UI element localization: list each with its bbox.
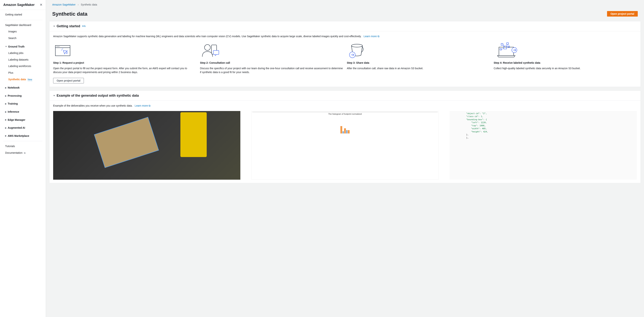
caret-down-icon[interactable]: ▼ [53, 25, 55, 28]
sidebar-item-plus[interactable]: Plus [0, 70, 46, 76]
step-title: Step 4: Receive labeled synthetic data [494, 61, 637, 65]
sidebar-header: Amazon SageMaker ✕ [0, 0, 46, 10]
breadcrumb: Amazon SageMaker › Synthetic data [46, 0, 644, 10]
breadcrumb-root[interactable]: Amazon SageMaker [52, 3, 76, 6]
step-2: Step 2: Consultation call Discuss the sp… [200, 42, 343, 74]
info-link[interactable]: Info [82, 25, 86, 28]
step-1: Step 1: Request a project Open the proje… [53, 42, 196, 74]
learn-more-link[interactable]: Learn more ⧉ [364, 35, 379, 38]
sidebar-item-label: Synthetic data [8, 78, 26, 81]
learn-more-label: Learn more [364, 35, 377, 38]
sidebar-item-labeling-workforces[interactable]: Labeling workforces [0, 63, 46, 70]
svg-rect-15 [507, 43, 508, 45]
sidebar-item-tutorials[interactable]: Tutorials [0, 143, 46, 150]
close-icon[interactable]: ✕ [40, 3, 42, 7]
page-header: Synthetic data Open project portal [46, 10, 644, 21]
sidebar-group-notebook[interactable]: ▶ Notebook [0, 85, 46, 91]
getting-started-panel: ▼ Getting started Info Amazon SageMaker … [49, 21, 641, 87]
step-desc: Open the project portal to fill out the … [53, 67, 196, 74]
sidebar-item-labeling-datasets[interactable]: Labeling datasets [0, 57, 46, 63]
sidebar-group-label: Notebook [8, 86, 20, 90]
sidebar-group-augmented-ai[interactable]: ▶ Augmented AI [0, 125, 46, 131]
learn-more-link[interactable]: Learn more ⧉ [135, 104, 150, 107]
sidebar-item-documentation[interactable]: Documentation ⧉ [0, 150, 46, 156]
sidebar-nav: Getting started SageMaker dashboard Imag… [0, 10, 46, 158]
step-desc: After the consultation call, share raw d… [347, 67, 490, 70]
new-badge: New [28, 78, 32, 81]
svg-point-11 [352, 44, 362, 47]
sidebar-group-training[interactable]: ▶ Training [0, 101, 46, 107]
svg-line-20 [506, 45, 508, 46]
sidebar-item-images[interactable]: Images [0, 28, 46, 35]
step-desc: Collect high-quality labeled synthetic d… [494, 67, 637, 70]
panel-header: ▼ Getting started Info [50, 21, 640, 31]
svg-point-2 [57, 46, 57, 47]
panel-header: ▼ Example of the generated output with s… [50, 91, 640, 101]
sidebar-item-labeling-jobs[interactable]: Labeling jobs [0, 50, 46, 57]
panel-body: Amazon SageMaker supports synthetic data… [50, 31, 640, 87]
svg-point-8 [204, 45, 210, 51]
sidebar-group-label: Training [8, 102, 18, 106]
panel-body: Example of the deliverables you receive … [50, 101, 640, 183]
sidebar-group-label: Ground Truth [8, 45, 24, 49]
intro-text: Amazon SageMaker supports synthetic data… [53, 35, 637, 38]
svg-rect-14 [501, 44, 503, 45]
nav-divider [3, 20, 42, 20]
example-image-histogram: The histogram of footprint normalized [252, 111, 438, 180]
chevron-right-icon: › [78, 3, 79, 6]
sidebar-item-label: Documentation [5, 151, 22, 154]
external-link-icon: ⧉ [24, 152, 26, 154]
sidebar-group-processing[interactable]: ▶ Processing [0, 93, 46, 99]
sidebar-group-label: Processing [8, 94, 22, 98]
examples-grid: The histogram of footprint normalized "o… [53, 111, 637, 180]
steps-grid: Step 1: Request a project Open the proje… [53, 42, 637, 74]
external-link-icon: ⧉ [378, 35, 380, 38]
sidebar-group-label: Edge Manager [8, 118, 26, 122]
step-desc: Discuss the specifics of your project wi… [200, 67, 343, 74]
sidebar-group-aws-marketplace[interactable]: ▶ AWS Marketplace [0, 133, 46, 139]
bucket-upload-icon [347, 42, 490, 59]
svg-rect-0 [55, 46, 70, 56]
sidebar-group-edge-manager[interactable]: ▶ Edge Manager [0, 117, 46, 123]
sidebar-item-dashboard[interactable]: SageMaker dashboard [0, 22, 46, 29]
example-image-json: "object-id": "2", "class-id": 1, "boundi… [450, 111, 637, 180]
panel-title: Getting started [57, 24, 80, 29]
consultation-icon [200, 42, 343, 59]
step-3: Step 3: Share data After the consultatio… [347, 42, 490, 74]
sidebar: Amazon SageMaker ✕ Getting started SageM… [0, 0, 46, 317]
caret-down-icon[interactable]: ▼ [53, 94, 55, 97]
example-image-warehouse [53, 111, 240, 180]
sidebar-group-inference[interactable]: ▶ Inference [0, 109, 46, 115]
browser-click-icon [53, 42, 196, 59]
step-title: Step 2: Consultation call [200, 61, 343, 65]
caret-right-icon: ▶ [5, 87, 6, 89]
sidebar-item-synthetic-data[interactable]: Synthetic data New [0, 76, 46, 83]
breadcrumb-current: Synthetic data [81, 3, 97, 6]
svg-point-3 [58, 46, 58, 47]
svg-point-4 [59, 46, 60, 47]
caret-right-icon: ▶ [5, 111, 6, 113]
svg-line-5 [62, 49, 62, 50]
step-4: Step 4: Receive labeled synthetic data C… [494, 42, 637, 74]
svg-rect-10 [213, 51, 219, 55]
caret-right-icon: ▶ [5, 119, 6, 121]
laptop-data-icon [494, 42, 637, 59]
open-project-portal-secondary-button[interactable]: Open project portal [53, 78, 84, 83]
intro-text-content: Amazon SageMaker supports synthetic data… [53, 35, 361, 38]
learn-more-label: Learn more [135, 104, 148, 107]
sidebar-group-label: Augmented AI [8, 126, 25, 130]
histogram-bars [340, 121, 350, 133]
step-title: Step 3: Share data [347, 61, 490, 65]
caret-right-icon: ▶ [5, 127, 6, 129]
svg-rect-1 [55, 46, 70, 48]
sidebar-group-label: AWS Marketplace [8, 134, 29, 138]
sidebar-group-ground-truth[interactable]: ▼ Ground Truth [0, 44, 46, 50]
example-intro-text: Example of the deliverables you receive … [53, 104, 132, 107]
external-link-icon: ⧉ [148, 104, 150, 107]
sidebar-item-search[interactable]: Search [0, 35, 46, 42]
sidebar-item-getting-started[interactable]: Getting started [0, 12, 46, 18]
open-project-portal-button[interactable]: Open project portal [607, 11, 638, 17]
page-title: Synthetic data [52, 10, 87, 18]
svg-rect-13 [499, 47, 514, 56]
svg-line-21 [502, 48, 504, 49]
